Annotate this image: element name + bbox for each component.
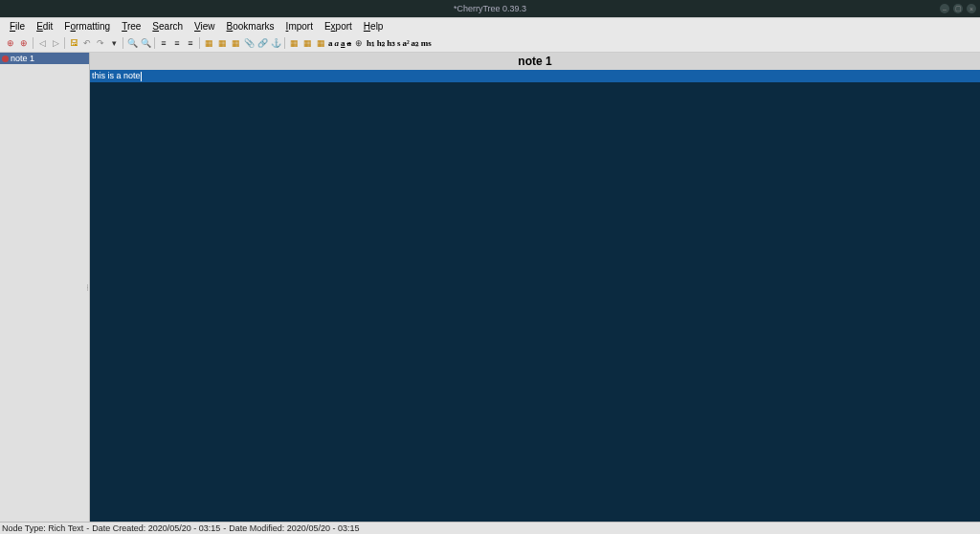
menu-import[interactable]: Import xyxy=(280,20,319,33)
search-icon[interactable]: 🔍 xyxy=(125,36,139,50)
window-title: *CherryTree 0.39.3 xyxy=(454,4,526,13)
color-fg-icon[interactable]: ▦ xyxy=(287,36,301,50)
menu-tree[interactable]: Tree xyxy=(116,20,146,33)
nav-forward-icon[interactable]: ▷ xyxy=(49,36,62,50)
app-chrome: File Edit Formatting Tree Search View Bo… xyxy=(0,17,980,534)
toolbar-separator xyxy=(284,37,285,49)
menu-bookmarks[interactable]: Bookmarks xyxy=(221,20,280,33)
mono-button[interactable]: ms xyxy=(420,38,433,48)
toolbar-separator xyxy=(154,37,155,49)
dropdown-icon[interactable]: ▾ xyxy=(107,36,121,50)
list-bullet-icon[interactable]: ≡ xyxy=(157,36,170,50)
file-icon[interactable]: 📎 xyxy=(242,36,256,50)
menu-edit[interactable]: Edit xyxy=(31,20,58,33)
toolbar-separator xyxy=(199,37,200,49)
h3-button[interactable]: h₃ xyxy=(386,38,396,48)
codebox-icon[interactable]: ▦ xyxy=(229,36,242,50)
menu-help[interactable]: Help xyxy=(358,20,390,33)
save-icon[interactable]: 🖫 xyxy=(67,36,80,50)
node-bullet-icon xyxy=(2,56,9,62)
editor-text: this is a note xyxy=(92,71,141,80)
status-modified: Date Modified: 2020/05/20 - 03:15 xyxy=(229,523,359,533)
undo-icon[interactable]: ↶ xyxy=(80,36,94,50)
status-node-type: Node Type: Rich Text xyxy=(2,523,83,533)
text-cursor xyxy=(141,72,142,81)
link-icon[interactable]: 🔗 xyxy=(256,36,269,50)
toolbar: ⊕ ⊕ ◁ ▷ 🖫 ↶ ↷ ▾ 🔍 🔍 ≡ ≡ ≡ ▦ ▦ ▦ 📎 🔗 ⚓ ▦ … xyxy=(0,34,980,53)
maximize-button[interactable]: ▢ xyxy=(953,4,963,13)
list-number-icon[interactable]: ≡ xyxy=(170,36,184,50)
sub-button[interactable]: a₂ xyxy=(411,38,420,48)
toolbar-separator xyxy=(122,37,123,49)
h1-button[interactable]: h₁ xyxy=(366,38,376,48)
workarea: note 1 · · · · · note 1 this is a note xyxy=(0,53,980,522)
menu-formatting[interactable]: Formatting xyxy=(58,20,116,33)
tree-item[interactable]: note 1 xyxy=(0,53,89,64)
menu-export[interactable]: Export xyxy=(319,20,358,33)
tree-item-label: note 1 xyxy=(11,54,34,63)
menu-view[interactable]: View xyxy=(189,20,221,33)
h2-button[interactable]: h₂ xyxy=(376,38,387,48)
close-button[interactable]: × xyxy=(967,4,976,13)
node-add-icon[interactable]: ⊕ xyxy=(4,36,17,50)
status-created: Date Created: 2020/05/20 - 03:15 xyxy=(92,523,220,533)
table-icon[interactable]: ▦ xyxy=(215,36,229,50)
toolbar-separator xyxy=(64,37,65,49)
format-clear-icon[interactable]: ▦ xyxy=(314,36,327,50)
list-todo-icon[interactable]: ≡ xyxy=(184,36,197,50)
nav-back-icon[interactable]: ◁ xyxy=(35,36,49,50)
status-sep: - xyxy=(223,523,226,533)
toolbar-separator xyxy=(33,37,33,49)
text-editor[interactable]: this is a note xyxy=(90,70,980,522)
editor-current-line[interactable]: this is a note xyxy=(90,70,980,82)
menubar: File Edit Formatting Tree Search View Bo… xyxy=(0,18,980,34)
redo-icon[interactable]: ↷ xyxy=(94,36,107,50)
editor-panel: note 1 this is a note xyxy=(90,53,980,522)
status-sep: - xyxy=(86,523,89,533)
statusbar: Node Type: Rich Text - Date Created: 202… xyxy=(0,522,980,534)
color-bg-icon[interactable]: ▦ xyxy=(301,36,314,50)
menu-search[interactable]: Search xyxy=(146,20,189,33)
search-replace-icon[interactable]: 🔍 xyxy=(139,36,152,50)
titlebar: *CherryTree 0.39.3 – ▢ × xyxy=(0,0,980,17)
node-title-header: note 1 xyxy=(90,53,980,70)
tree-panel: note 1 · · · · · xyxy=(0,53,90,522)
sup-button[interactable]: a² xyxy=(401,38,410,48)
node-add-child-icon[interactable]: ⊕ xyxy=(17,36,31,50)
minimize-button[interactable]: – xyxy=(940,4,949,13)
menu-file[interactable]: File xyxy=(4,20,31,33)
anchor-icon[interactable]: ⚓ xyxy=(269,36,282,50)
window-controls: – ▢ × xyxy=(940,4,976,13)
special-char-icon[interactable]: ⊕ xyxy=(352,36,366,50)
image-icon[interactable]: ▦ xyxy=(202,36,215,50)
